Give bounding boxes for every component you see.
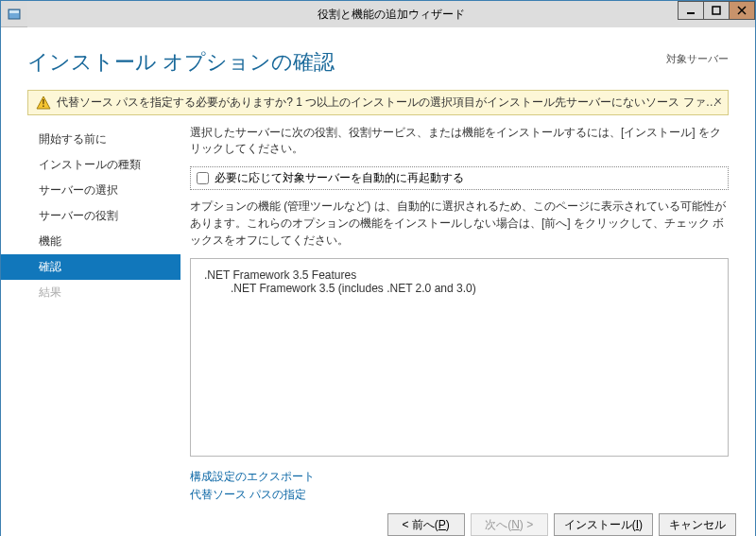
warning-bar: ! 代替ソース パスを指定する必要がありますか? 1 つ以上のインストールの選択… — [27, 90, 729, 115]
window-title: 役割と機能の追加ウィザード — [27, 1, 755, 27]
export-config-link[interactable]: 構成設定のエクスポート — [190, 468, 729, 486]
target-server-label: 対象サーバー — [666, 52, 729, 66]
feature-child: .NET Framework 3.5 (includes .NET 2.0 an… — [231, 282, 714, 295]
svg-text:!: ! — [42, 98, 44, 109]
cancel-button[interactable]: キャンセル — [659, 513, 736, 536]
warning-text: 代替ソース パスを指定する必要がありますか? 1 つ以上のインストールの選択項目… — [57, 95, 720, 111]
footer: < 前へ(P) 次へ(N) > インストール(I) キャンセル — [1, 504, 755, 536]
next-button: 次へ(N) > — [471, 513, 548, 536]
svg-rect-1 — [9, 10, 19, 13]
svg-rect-3 — [713, 7, 720, 14]
sidebar-item-before-begin[interactable]: 開始する前に — [1, 127, 180, 152]
warning-close-icon[interactable]: × — [714, 94, 722, 109]
sidebar-item-features[interactable]: 機能 — [1, 229, 180, 254]
alt-source-link[interactable]: 代替ソース パスの指定 — [190, 486, 729, 504]
sidebar: 開始する前に インストールの種類 サーバーの選択 サーバーの役割 機能 確認 結… — [1, 119, 180, 504]
maximize-button[interactable] — [703, 1, 730, 20]
wizard-window: 役割と機能の追加ウィザード インストール オプションの確認 対象サーバー ! 代… — [0, 0, 756, 536]
minimize-button[interactable] — [678, 1, 704, 20]
window-buttons — [679, 1, 755, 22]
sidebar-item-server-roles[interactable]: サーバーの役割 — [1, 203, 180, 229]
content-area: インストール オプションの確認 対象サーバー ! 代替ソース パスを指定する必要… — [1, 27, 755, 536]
warning-icon: ! — [36, 95, 51, 111]
auto-restart-checkbox-row[interactable]: 必要に応じて対象サーバーを自動的に再起動する — [190, 166, 729, 190]
page-header: インストール オプションの確認 対象サーバー — [1, 27, 755, 84]
app-icon — [1, 7, 27, 22]
note-text: オプションの機能 (管理ツールなど) は、自動的に選択されるため、このページに表… — [190, 198, 729, 249]
sidebar-item-install-type[interactable]: インストールの種類 — [1, 152, 180, 178]
feature-list: .NET Framework 3.5 Features .NET Framewo… — [190, 258, 729, 457]
main-panel: 選択したサーバーに次の役割、役割サービス、または機能をインストールするには、[イ… — [180, 119, 746, 504]
install-button[interactable]: インストール(I) — [554, 513, 653, 536]
auto-restart-checkbox[interactable] — [197, 172, 209, 184]
previous-button[interactable]: < 前へ(P) — [387, 513, 465, 536]
body: 開始する前に インストールの種類 サーバーの選択 サーバーの役割 機能 確認 結… — [1, 119, 755, 504]
auto-restart-label: 必要に応じて対象サーバーを自動的に再起動する — [215, 170, 464, 186]
sidebar-item-results: 結果 — [1, 280, 180, 305]
instruction-text: 選択したサーバーに次の役割、役割サービス、または機能をインストールするには、[イ… — [190, 125, 729, 157]
sidebar-item-server-select[interactable]: サーバーの選択 — [1, 178, 180, 203]
sidebar-item-confirm[interactable]: 確認 — [1, 254, 180, 280]
links: 構成設定のエクスポート 代替ソース パスの指定 — [190, 468, 729, 504]
close-button[interactable] — [729, 1, 755, 20]
feature-root: .NET Framework 3.5 Features — [204, 268, 714, 282]
titlebar: 役割と機能の追加ウィザード — [1, 1, 755, 27]
page-title: インストール オプションの確認 — [27, 48, 666, 77]
